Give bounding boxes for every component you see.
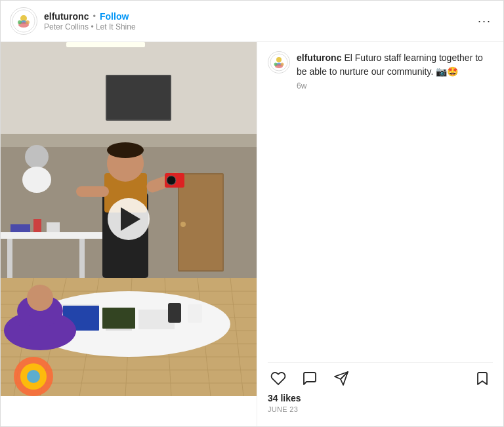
comment-button[interactable] [299, 368, 320, 389]
subtitle-user: Peter Collins [44, 22, 89, 31]
comment-avatar[interactable] [268, 51, 290, 73]
header-avatar[interactable] [10, 7, 37, 35]
action-icons-row [268, 368, 493, 389]
share-button[interactable] [331, 368, 352, 389]
save-button[interactable] [472, 368, 493, 389]
svg-rect-33 [10, 224, 30, 232]
comment-body: elfuturoncEl Futuro staff learning toget… [297, 51, 493, 91]
comment-row: elfuturoncEl Futuro staff learning toget… [268, 51, 493, 91]
follow-button[interactable]: Follow [100, 11, 129, 22]
comment-text: elfuturoncEl Futuro staff learning toget… [297, 51, 493, 79]
svg-point-61 [276, 57, 282, 62]
svg-point-59 [22, 167, 51, 193]
likes-count: 34 likes [268, 393, 493, 403]
like-button[interactable] [268, 368, 289, 389]
svg-rect-32 [79, 239, 85, 278]
more-options-button[interactable]: ··· [475, 12, 494, 31]
svg-point-27 [180, 222, 186, 227]
svg-rect-57 [76, 186, 109, 197]
subtitle-dot: • [91, 22, 96, 31]
heart-icon [270, 371, 286, 386]
svg-point-56 [167, 176, 176, 185]
header-info: elfuturonc • Follow Peter Collins • Let … [44, 11, 475, 31]
bookmark-icon [474, 371, 490, 386]
post-header: elfuturonc • Follow Peter Collins • Let … [1, 1, 503, 42]
svg-point-53 [107, 142, 144, 158]
post-date: JUNE 23 [268, 405, 493, 413]
dot-separator: • [93, 11, 96, 21]
header-username[interactable]: elfuturonc [44, 11, 89, 22]
svg-rect-31 [7, 239, 12, 278]
svg-point-58 [25, 145, 49, 169]
svg-point-64 [281, 63, 284, 66]
svg-rect-7 [66, 42, 145, 47]
comment-username[interactable]: elfuturonc [297, 52, 341, 63]
svg-point-44 [27, 370, 40, 383]
post-subtitle: Peter Collins • Let It Shine [44, 22, 475, 31]
post-right-panel: elfuturoncEl Futuro staff learning toget… [257, 42, 503, 426]
svg-rect-35 [47, 222, 60, 232]
svg-point-4 [26, 20, 30, 24]
comment-section: elfuturoncEl Futuro staff learning toget… [268, 51, 493, 362]
svg-rect-26 [179, 174, 222, 270]
svg-rect-41 [168, 303, 181, 323]
post-media[interactable] [1, 42, 257, 396]
svg-rect-46 [102, 308, 135, 329]
comment-icon [302, 371, 318, 386]
svg-rect-30 [1, 232, 106, 239]
post-main: elfuturoncEl Futuro staff learning toget… [1, 42, 503, 426]
svg-rect-40 [188, 304, 202, 323]
svg-point-3 [18, 20, 22, 24]
post-container: elfuturonc • Follow Peter Collins • Let … [0, 0, 504, 427]
send-icon [333, 371, 349, 386]
subtitle-song: Let It Shine [96, 22, 136, 31]
svg-rect-34 [33, 219, 41, 232]
post-actions: 34 likes JUNE 23 [268, 362, 493, 417]
svg-rect-29 [107, 76, 170, 119]
comment-time: 6w [297, 81, 493, 91]
play-button[interactable] [108, 198, 150, 240]
svg-point-63 [274, 63, 278, 66]
svg-point-49 [27, 285, 53, 311]
